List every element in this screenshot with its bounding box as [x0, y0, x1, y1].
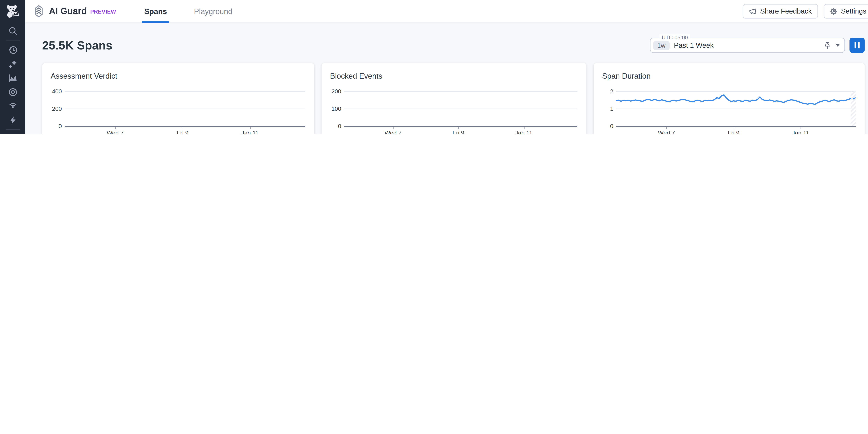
- sidebar-divider: [5, 129, 20, 130]
- history-icon: [8, 44, 18, 55]
- chart-card-assessment-verdict: Assessment Verdict 400 200 0 Wed 7 Fri 9…: [42, 63, 314, 134]
- line-series: [616, 91, 856, 126]
- x-tick-label: Jan 11: [241, 129, 259, 134]
- share-feedback-button[interactable]: Share Feedback: [743, 4, 818, 19]
- pin-icon[interactable]: [824, 41, 831, 49]
- sidebar-item-search[interactable]: [0, 24, 25, 38]
- main-area: AI Guard PREVIEW SpansPlayground Share F…: [25, 0, 868, 134]
- sidebar-item-bolt[interactable]: [0, 113, 25, 127]
- target-icon: [8, 87, 18, 97]
- datadog-dog-icon: [4, 3, 21, 20]
- preview-badge: PREVIEW: [90, 8, 116, 14]
- x-axis: Wed 7 Fri 9 Jan 11: [616, 129, 856, 134]
- chart-plot: 2 1 0: [616, 91, 856, 126]
- x-tick-label: Jan 11: [792, 129, 809, 134]
- chart-title: Span Duration: [602, 72, 651, 81]
- sidebar-item-target[interactable]: [0, 85, 25, 99]
- bars: [344, 91, 578, 126]
- app-title: AI Guard: [49, 6, 87, 16]
- ai-guard-app-icon: [33, 5, 44, 18]
- sidebar-item-sparkles[interactable]: [0, 57, 25, 71]
- x-tick-label: Fri 9: [727, 129, 739, 134]
- gear-icon: [830, 7, 837, 15]
- chevron-down-icon[interactable]: [835, 44, 840, 47]
- sidebar-item-history[interactable]: [0, 43, 25, 57]
- sidebar: $? Help: [0, 0, 25, 134]
- time-range-picker[interactable]: UTC-05:00 1w Past 1 Week: [650, 38, 845, 53]
- megaphone-icon: [749, 7, 757, 15]
- x-axis: Wed 7 Fri 9 Jan 11: [344, 129, 578, 134]
- signal-icon: [8, 101, 18, 111]
- pause-button[interactable]: [849, 38, 865, 53]
- chart-plot: 200 100 0: [344, 91, 578, 126]
- bolt-icon: [8, 115, 18, 125]
- tab-bar: SpansPlayground: [142, 0, 257, 23]
- x-tick-label: Wed 7: [384, 129, 402, 134]
- sidebar-item-signal[interactable]: [0, 99, 25, 113]
- chart-title: Blocked Events: [330, 72, 382, 81]
- settings-button[interactable]: Settings: [824, 4, 868, 19]
- chart-title: Assessment Verdict: [51, 72, 117, 81]
- topbar-actions: Share Feedback Settings: [743, 4, 868, 19]
- x-tick-label: Wed 7: [658, 129, 675, 134]
- sidebar-divider: [5, 40, 20, 40]
- metrics-icon: [8, 73, 18, 83]
- sidebar-item-hexagons[interactable]: [0, 132, 25, 134]
- ai-guard-app: $? Help AI Guard PREVIEW SpansPlayground: [0, 0, 868, 134]
- page-title: 25.5K Spans: [42, 39, 113, 52]
- time-range-chip: 1w: [653, 41, 670, 50]
- sidebar-item-metrics[interactable]: [0, 71, 25, 85]
- datadog-logo[interactable]: [0, 0, 25, 24]
- timezone-label: UTC-05:00: [659, 34, 690, 41]
- tab-spans[interactable]: Spans: [142, 0, 169, 23]
- charts-row: Assessment Verdict 400 200 0 Wed 7 Fri 9…: [25, 53, 868, 134]
- x-tick-label: Wed 7: [107, 129, 124, 134]
- tab-playground[interactable]: Playground: [192, 0, 235, 23]
- x-tick-label: Fri 9: [453, 129, 464, 134]
- chart-card-blocked-events: Blocked Events 200 100 0 Wed 7 Fri 9 Jan…: [321, 63, 586, 134]
- x-axis: Wed 7 Fri 9 Jan 11: [65, 129, 305, 134]
- x-tick-label: Jan 11: [515, 129, 532, 134]
- chart-plot: 400 200 0: [65, 91, 305, 126]
- page-header: 25.5K Spans UTC-05:00 1w Past 1 Week: [25, 23, 868, 53]
- chart-card-span-duration: Span Duration 2 1 0 Wed 7 Fri 9: [594, 63, 865, 134]
- x-tick-label: Fri 9: [177, 129, 189, 134]
- time-range-label: Past 1 Week: [674, 41, 714, 49]
- top-bar: AI Guard PREVIEW SpansPlayground Share F…: [25, 0, 868, 23]
- bars: [65, 91, 305, 126]
- search-icon: [8, 26, 18, 36]
- sparkles-icon: [8, 59, 18, 69]
